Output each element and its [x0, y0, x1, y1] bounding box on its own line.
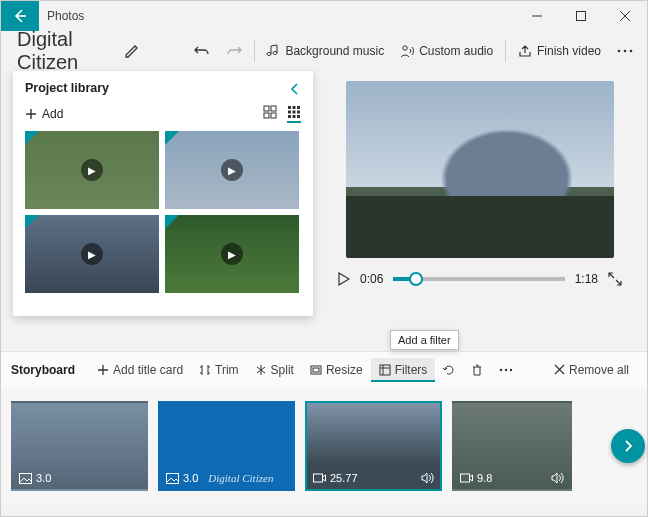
minimize-icon	[532, 11, 542, 21]
svg-rect-26	[314, 474, 323, 482]
more-header-button[interactable]	[609, 45, 641, 57]
used-badge	[165, 215, 179, 229]
svg-point-2	[618, 50, 621, 53]
preview-column: 0:06 1:18	[313, 71, 647, 351]
custom-audio-label: Custom audio	[419, 44, 493, 58]
back-button[interactable]	[1, 1, 39, 31]
trim-button[interactable]: Trim	[191, 358, 247, 382]
library-title: Project library	[25, 81, 109, 95]
undo-icon	[194, 43, 210, 59]
resize-button[interactable]: Resize	[302, 358, 371, 382]
add-title-card-button[interactable]: Add title card	[89, 358, 191, 382]
custom-audio-button[interactable]: Custom audio	[392, 40, 501, 62]
trash-icon	[471, 364, 483, 376]
finish-video-label: Finish video	[537, 44, 601, 58]
filters-label: Filters	[395, 363, 428, 377]
undo-button[interactable]	[186, 39, 218, 63]
fullscreen-icon	[608, 272, 622, 286]
storyboard-clips[interactable]: 3.0 3.0Digital Citizen 25.77 9.8	[1, 387, 647, 505]
window-controls	[515, 1, 647, 31]
play-icon: ▶	[221, 243, 243, 265]
add-label: Add	[42, 107, 63, 121]
seek-knob[interactable]	[409, 272, 423, 286]
svg-rect-7	[264, 113, 269, 118]
resize-icon	[310, 364, 322, 376]
play-button[interactable]	[338, 272, 350, 286]
maximize-button[interactable]	[559, 1, 603, 31]
svg-rect-20	[380, 365, 390, 375]
rotate-button[interactable]	[435, 359, 463, 381]
play-icon: ▶	[81, 243, 103, 265]
project-library-panel: Project library Add ▶ ▶ ▶ ▶	[13, 71, 313, 316]
filters-button[interactable]: Filters	[371, 358, 436, 382]
delete-clip-button[interactable]	[463, 359, 491, 381]
resize-label: Resize	[326, 363, 363, 377]
storyboard-clip[interactable]: 25.77	[305, 401, 442, 491]
close-icon	[554, 364, 565, 375]
finish-video-button[interactable]: Finish video	[510, 40, 609, 62]
rotate-icon	[443, 364, 455, 376]
arrow-left-icon	[12, 8, 28, 24]
project-name[interactable]: Digital Citizen	[17, 28, 114, 74]
divider	[254, 40, 255, 62]
rename-button[interactable]	[124, 43, 140, 59]
grid-large-button[interactable]	[263, 105, 277, 123]
svg-rect-19	[313, 368, 319, 372]
filters-icon	[379, 364, 391, 376]
library-clip[interactable]: ▶	[165, 131, 299, 209]
remove-all-label: Remove all	[569, 363, 629, 377]
video-icon	[313, 473, 326, 483]
close-icon	[620, 11, 630, 21]
close-button[interactable]	[603, 1, 647, 31]
storyboard-clip[interactable]: 3.0Digital Citizen	[158, 401, 295, 491]
more-icon	[499, 368, 513, 372]
clip-duration: 3.0	[36, 472, 51, 484]
svg-rect-8	[271, 113, 276, 118]
audio-icon	[421, 472, 434, 484]
audio-icon	[551, 472, 564, 484]
main-row: Project library Add ▶ ▶ ▶ ▶	[1, 71, 647, 351]
more-storyboard-button[interactable]	[491, 363, 521, 377]
filters-tooltip: Add a filter	[390, 330, 459, 350]
maximize-icon	[576, 11, 586, 21]
svg-point-22	[505, 368, 507, 370]
app-title: Photos	[47, 9, 84, 23]
total-time: 1:18	[575, 272, 598, 286]
library-thumbnails: ▶ ▶ ▶ ▶	[25, 131, 301, 293]
video-preview[interactable]	[346, 81, 614, 258]
current-time: 0:06	[360, 272, 383, 286]
redo-icon	[226, 43, 242, 59]
person-audio-icon	[400, 44, 414, 58]
storyboard-title: Storyboard	[11, 363, 75, 377]
scroll-next-button[interactable]	[611, 429, 645, 463]
background-music-button[interactable]: Background music	[258, 40, 392, 62]
image-icon	[19, 473, 32, 484]
add-title-card-label: Add title card	[113, 363, 183, 377]
redo-button[interactable]	[218, 39, 250, 63]
grid-small-button[interactable]	[287, 105, 301, 123]
minimize-button[interactable]	[515, 1, 559, 31]
split-button[interactable]: Split	[247, 358, 302, 382]
plus-icon	[97, 364, 109, 376]
clip-duration: 3.0	[183, 472, 198, 484]
header-toolbar: Digital Citizen Background music Custom …	[1, 31, 647, 71]
collapse-library-button[interactable]	[289, 82, 301, 94]
library-clip[interactable]: ▶	[25, 131, 159, 209]
library-clip[interactable]: ▶	[25, 215, 159, 293]
trim-icon	[199, 364, 211, 376]
svg-rect-27	[461, 474, 470, 482]
more-icon	[617, 49, 633, 53]
plus-icon	[25, 108, 37, 120]
storyboard-clip[interactable]: 9.8	[452, 401, 572, 491]
storyboard-clip[interactable]: 3.0	[11, 401, 148, 491]
fullscreen-button[interactable]	[608, 272, 622, 286]
video-icon	[460, 473, 473, 483]
svg-rect-0	[577, 12, 586, 21]
seek-slider[interactable]	[393, 277, 564, 281]
svg-rect-6	[271, 106, 276, 111]
image-icon	[166, 473, 179, 484]
library-clip[interactable]: ▶	[165, 215, 299, 293]
remove-all-button[interactable]: Remove all	[546, 358, 637, 382]
split-label: Split	[271, 363, 294, 377]
add-media-button[interactable]: Add	[25, 107, 63, 121]
